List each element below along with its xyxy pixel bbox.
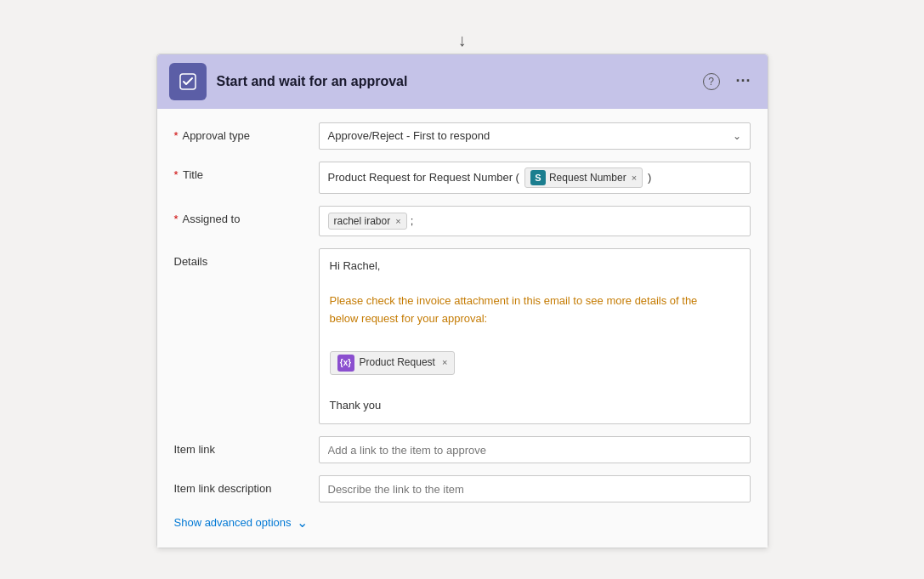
header-actions: ? ··· (700, 70, 756, 94)
connector-arrow: ↓ (458, 31, 467, 50)
required-star: * (174, 129, 179, 142)
required-star-assigned: * (174, 213, 179, 225)
details-line4: Thank you (330, 397, 740, 415)
title-field[interactable]: Product Request for Request Number ( S R… (319, 162, 751, 194)
approval-type-dropdown[interactable]: Approve/Reject - First to respond ⌄ (319, 122, 751, 150)
approval-type-value: Approve/Reject - First to respond (328, 129, 490, 142)
required-star-title: * (174, 168, 179, 181)
product-request-close-icon[interactable]: × (442, 355, 447, 371)
show-advanced-label: Show advanced options (174, 516, 292, 529)
product-request-chip[interactable]: {x} Product Request × (330, 351, 456, 375)
more-options-button[interactable]: ··· (732, 70, 756, 94)
details-line3: below request for your approval: (330, 312, 488, 325)
item-link-label: Item link (174, 436, 319, 456)
card-header: Start and wait for an approval ? ··· (157, 54, 768, 109)
details-line1: Hi Rachel, (330, 258, 740, 275)
chevron-down-icon: ⌄ (733, 130, 741, 142)
card-title: Start and wait for an approval (217, 74, 689, 89)
item-link-description-label: Item link description (174, 475, 319, 495)
approval-icon (169, 63, 207, 100)
request-number-label: Request Number (549, 172, 626, 184)
item-link-description-input[interactable] (319, 475, 751, 502)
request-number-chip[interactable]: S Request Number × (524, 167, 643, 188)
item-link-input[interactable] (319, 436, 751, 463)
sharepoint-icon: S (530, 170, 546, 185)
card-body: * Approval type Approve/Reject - First t… (157, 109, 768, 548)
item-link-row: Item link (174, 436, 751, 463)
show-advanced-button[interactable]: Show advanced options ⌄ (174, 514, 308, 531)
details-line2-wrapper: Please check the invoice attachment in t… (330, 292, 740, 310)
fx-icon: {x} (337, 355, 354, 372)
details-field[interactable]: Hi Rachel, Please check the invoice atta… (319, 248, 751, 425)
title-row: * Title Product Request for Request Numb… (174, 162, 751, 194)
help-button[interactable]: ? (700, 70, 723, 94)
approval-type-row: * Approval type Approve/Reject - First t… (174, 122, 751, 150)
approval-card: Start and wait for an approval ? ··· * A… (156, 54, 768, 549)
approval-type-dropdown-wrapper: Approve/Reject - First to respond ⌄ (319, 122, 751, 150)
main-container: ↓ Start and wait for an approval ? ··· (156, 31, 768, 549)
product-request-chip-wrapper: {x} Product Request × (330, 346, 740, 380)
chevron-down-advanced-icon: ⌄ (297, 514, 308, 531)
assigned-to-row: * Assigned to rachel irabor × ; (174, 206, 751, 236)
product-request-label: Product Request (360, 355, 435, 371)
details-line2: Please check the invoice attachment in t… (330, 294, 698, 307)
title-prefix: Product Request for Request Number ( (328, 171, 519, 184)
person-remove-icon[interactable]: × (395, 216, 400, 226)
assigned-to-field[interactable]: rachel irabor × ; (319, 206, 751, 236)
details-row: Details Hi Rachel, Please check the invo… (174, 248, 751, 425)
assigned-separator: ; (411, 214, 414, 227)
details-label: Details (174, 248, 319, 268)
request-number-close-icon[interactable]: × (632, 173, 637, 183)
title-suffix: ) (648, 171, 651, 184)
details-line3-wrapper: below request for your approval: (330, 310, 740, 328)
person-name: rachel irabor (334, 215, 391, 227)
assigned-to-label: * Assigned to (174, 206, 319, 225)
item-link-description-row: Item link description (174, 475, 751, 502)
approval-type-label: * Approval type (174, 122, 319, 142)
person-tag[interactable]: rachel irabor × (328, 213, 407, 230)
help-icon: ? (703, 73, 720, 90)
title-label: * Title (174, 162, 319, 181)
